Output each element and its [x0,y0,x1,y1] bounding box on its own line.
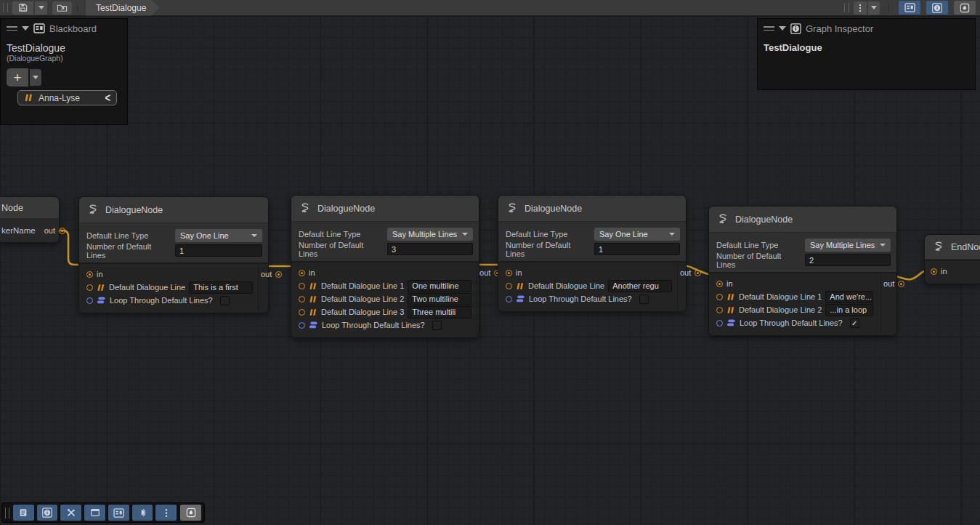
dialogue-line-port[interactable] [506,283,512,289]
dialogue-line-field[interactable]: Two multiline [408,293,471,305]
out-port-label: out [261,270,272,278]
overflow-menu-button[interactable] [155,505,177,521]
window-toggle-button[interactable] [84,505,105,521]
loop-port[interactable] [299,322,305,329]
dialogue-line-field[interactable]: Another regu [608,280,672,292]
dropdown-arrow-icon [871,6,877,9]
dialogue-line-port[interactable] [716,307,723,313]
in-port[interactable] [299,270,305,276]
toolbar-drag-handle[interactable] [844,3,849,12]
toolbar-separator [888,3,889,13]
line-type-dropdown[interactable]: Say One Line [594,228,680,241]
dialogue-line-field[interactable]: And we're... [825,291,873,303]
out-port[interactable] [898,281,904,287]
dialogue-line-field[interactable]: Three multili [408,306,471,318]
dialogue-node-2[interactable]: DialogueNode Default Line Type Say Multi… [291,195,479,338]
quote-icon [309,308,317,316]
dialogue-line-port[interactable] [299,309,305,316]
overflow-menu-dropdown[interactable] [868,1,880,15]
inspector-icon [790,23,801,34]
num-lines-label: Number of Default Lines [86,242,172,260]
toolbar-drag-handle[interactable] [3,3,8,12]
out-port[interactable] [59,228,65,234]
save-button[interactable] [12,1,33,15]
dialogue-line-port[interactable] [716,294,723,300]
dialogue-line-field[interactable]: One multiline [408,280,471,292]
dropdown-value: Say Multiple Lines [810,241,875,249]
loop-port[interactable] [506,296,512,302]
dropdown-value: Say Multiple Lines [392,230,457,239]
save-options-button[interactable] [35,1,47,15]
out-port[interactable] [694,270,701,276]
open-asset-button[interactable] [52,1,72,15]
collapse-arrow-icon[interactable] [779,26,786,31]
add-property-button[interactable]: + [7,68,28,87]
in-port[interactable] [506,270,512,276]
blackboard-property-anna-lyse[interactable]: Anna-Lyse < [17,90,117,105]
dialogue-line-label: Default Dialogue Line 1 [321,281,404,290]
blackboard-toggle-button[interactable] [108,505,129,521]
speaker-name-port-label: kerName [0,226,40,235]
graph-inspector-header[interactable]: Graph Inspector [758,19,975,38]
blackboard-icon [33,23,45,33]
line-type-dropdown[interactable]: Say Multiple Lines [387,228,473,241]
open-folder-icon [57,2,68,13]
preview-toggle-button[interactable] [954,1,976,15]
dropdown-arrow-icon [880,244,886,247]
drag-handle-icon [7,26,17,31]
blackboard-header[interactable]: Blackboard [1,19,127,38]
num-lines-field[interactable]: 3 [387,243,473,255]
out-port-label: out [479,268,490,277]
loop-port[interactable] [716,320,723,326]
blackboard-graph-name: TestDialogue [1,38,127,54]
info-toggle-button[interactable] [37,505,58,521]
inspector-toggle-button[interactable] [926,1,948,15]
line-type-label: Default Line Type [506,230,591,239]
num-lines-field[interactable]: 2 [805,254,891,266]
dialogue-node-3[interactable]: DialogueNode Default Line Type Say One L… [498,195,687,312]
dialogue-node-4[interactable]: DialogueNode Default Line Type Say Multi… [708,206,897,336]
dialogue-line-port[interactable] [86,284,93,291]
start-node[interactable]: Node kerName out [0,196,60,243]
drag-handle-icon [764,26,774,31]
loop-checkbox[interactable] [432,321,442,330]
loop-checkbox[interactable] [220,296,230,305]
num-lines-label: Number of Default Lines [299,241,384,258]
in-port[interactable] [716,281,723,287]
loop-port[interactable] [86,297,93,304]
node-title: EndNode [951,242,980,252]
bottom-toolbar [1,502,205,523]
tools-toggle-button[interactable] [60,505,81,521]
dialogue-line-field[interactable]: This is a first [189,281,253,294]
collapse-chevron-icon[interactable]: < [105,91,110,105]
blackboard-graph-type: (DialogueGraph) [1,54,127,63]
collapse-arrow-icon[interactable] [22,26,29,31]
add-property-dropdown[interactable] [30,69,41,86]
out-port[interactable] [275,271,282,278]
in-port[interactable] [931,268,937,275]
preview-icon [137,508,147,518]
num-lines-field[interactable]: 1 [594,243,680,255]
overflow-menu-button[interactable] [854,1,867,15]
num-lines-field[interactable]: 1 [175,244,262,257]
toolbar-drag-handle[interactable] [5,508,9,518]
line-type-dropdown[interactable]: Say Multiple Lines [805,239,891,252]
in-port[interactable] [86,271,93,278]
loop-checkbox[interactable] [639,294,649,304]
kebab-menu-icon [856,4,864,12]
spark-toggle-button[interactable] [180,505,201,521]
loop-checkbox[interactable]: ✓ [850,318,859,328]
blackboard-toggle-button[interactable] [899,1,920,15]
dropdown-arrow-icon [39,6,44,9]
dropdown-value: Say One Line [180,231,229,240]
preview-toggle-button[interactable] [132,505,153,521]
graph-tab[interactable]: TestDialogue [86,0,159,16]
inspector-toggle-icon [932,3,942,13]
console-toggle-button[interactable] [13,505,34,521]
dialogue-line-field[interactable]: ...in a loop [825,304,873,316]
dialogue-line-port[interactable] [299,283,305,289]
end-node[interactable]: EndNode in [924,234,980,284]
line-type-dropdown[interactable]: Say One Line [175,229,262,242]
dialogue-line-port[interactable] [299,296,305,302]
dialogue-node-1[interactable]: DialogueNode Default Line Type Say One L… [78,196,269,313]
